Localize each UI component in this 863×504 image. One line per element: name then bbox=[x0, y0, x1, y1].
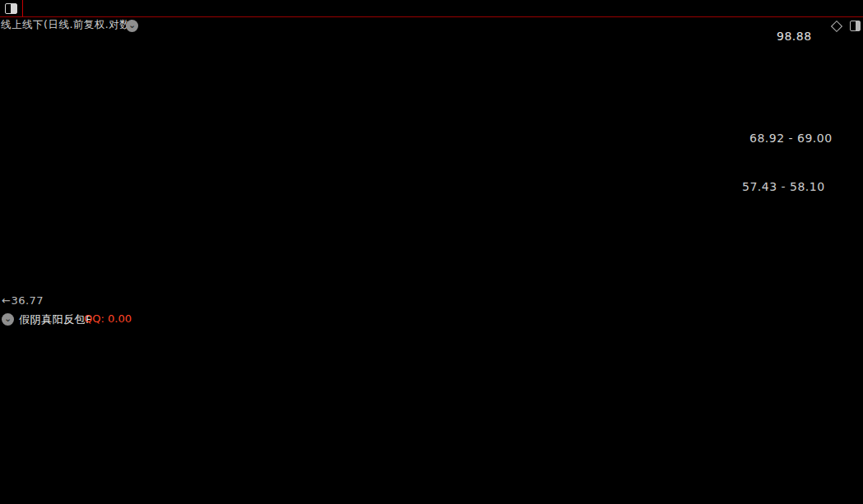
peak-price-label: 98.88 bbox=[777, 30, 812, 43]
resistance-level-1-label: 68.92 - 69.00 bbox=[749, 132, 833, 145]
indicator-expand-chevron-icon[interactable]: ⌄ bbox=[2, 313, 14, 326]
trading-app-window: { "toolbar": { "left_items": ["分时","1分钟"… bbox=[0, 0, 863, 504]
indicator-name: 假阴真阳反包F bbox=[19, 312, 92, 327]
indicator-value: QQ: 0.00 bbox=[84, 312, 132, 325]
candlestick-chart[interactable] bbox=[0, 0, 863, 504]
resistance-level-2-label: 57.43 - 58.10 bbox=[742, 180, 825, 193]
start-price-label: ←36.77 bbox=[2, 294, 44, 307]
